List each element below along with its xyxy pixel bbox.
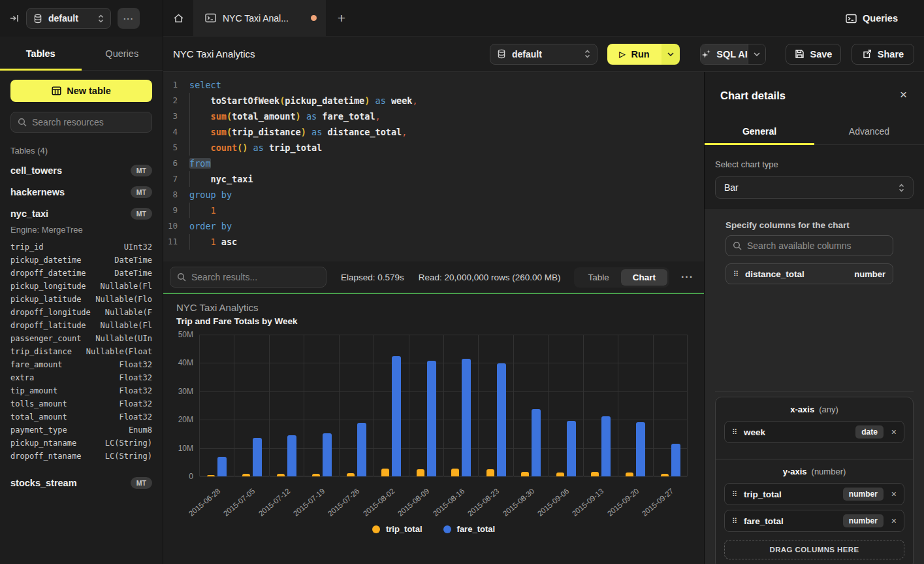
- drag-handle-icon[interactable]: ⠿: [732, 491, 737, 498]
- bar-trip_total-2015-09-13: [591, 472, 599, 476]
- collapse-sidebar-icon[interactable]: [9, 13, 20, 24]
- engine-badge: MT: [131, 208, 152, 220]
- elapsed-time: Elapsed: 0.579s: [341, 273, 404, 282]
- database-selector[interactable]: default: [26, 8, 111, 29]
- line-number: 3: [163, 108, 178, 124]
- editor-line-9[interactable]: 9 1: [163, 203, 704, 218]
- column-type: LC(String): [105, 439, 152, 448]
- column-name: extra: [10, 373, 34, 382]
- editor-line-7[interactable]: 7 nyc_taxi: [163, 171, 704, 187]
- tab-tables[interactable]: Tables: [0, 37, 82, 70]
- run-button[interactable]: ▷ Run: [607, 44, 680, 65]
- column-dropoff_latitude: dropoff_latitudeNullable(Fl: [10, 319, 152, 332]
- close-icon[interactable]: ×: [900, 88, 907, 102]
- chart-type-select[interactable]: Bar: [715, 176, 914, 199]
- x-tick-label: 2015-09-06: [536, 487, 571, 518]
- table-item-hackernews[interactable]: hackernewsMT: [10, 181, 152, 203]
- run-options-caret[interactable]: [661, 44, 680, 65]
- y-axis-header: y-axis(number): [724, 467, 904, 476]
- query-tab[interactable]: NYC Taxi Anal...: [193, 0, 326, 36]
- editor-line-2[interactable]: 2 toStartOfWeek(pickup_datetime) as week…: [163, 93, 704, 108]
- engine-badge: MT: [131, 477, 152, 489]
- column-type: Float32: [119, 399, 152, 408]
- divider: [715, 391, 914, 391]
- home-button[interactable]: [163, 0, 193, 36]
- bar-trip_total-2015-08-30: [521, 472, 529, 476]
- axis-item-trip_total[interactable]: ⠿trip_totalnumber×: [724, 483, 904, 505]
- line-number: 7: [163, 171, 178, 187]
- run-button-main[interactable]: ▷ Run: [607, 44, 661, 65]
- results-search-input[interactable]: [191, 272, 319, 282]
- chart-title: NYC Taxi Analytics: [176, 302, 259, 313]
- remove-icon[interactable]: ×: [891, 427, 897, 437]
- drag-handle-icon[interactable]: ⠿: [732, 518, 737, 525]
- y-tick-label: 0: [163, 472, 193, 481]
- bar-trip_total-2015-07-12: [277, 474, 285, 476]
- sql-ai-main[interactable]: SQL AI: [701, 44, 748, 64]
- view-toggle-chart[interactable]: Chart: [621, 269, 667, 286]
- editor-line-4[interactable]: 4 sum(trip_distance) as distance_total,: [163, 124, 704, 140]
- editor-line-3[interactable]: 3 sum(total_amount) as fare_total,: [163, 108, 704, 124]
- column-type: Nullable(F: [105, 308, 152, 317]
- updown-chevron-icon: [899, 184, 904, 192]
- code-text: 1: [189, 203, 216, 218]
- sql-ai-caret[interactable]: [748, 44, 765, 64]
- toolbar-database-selector[interactable]: default: [490, 44, 597, 65]
- view-toggle-table[interactable]: Table: [576, 269, 620, 286]
- editor-line-8[interactable]: 8group by: [163, 187, 704, 203]
- tab-general[interactable]: General: [705, 118, 814, 144]
- tab-queries[interactable]: Queries: [82, 37, 163, 70]
- remove-icon[interactable]: ×: [891, 516, 897, 526]
- columns-section-label: Specify columns for the chart: [725, 220, 850, 230]
- save-button[interactable]: Save: [786, 44, 841, 65]
- table-name: hackernews: [10, 187, 65, 197]
- sql-editor[interactable]: 1select2 toStartOfWeek(pickup_datetime) …: [163, 72, 704, 261]
- rows-read: Read: 20,000,000 rows (260.00 MB): [419, 273, 561, 282]
- available-column-distance_total[interactable]: ⠿distance_totalnumber: [725, 263, 893, 284]
- table-item-nyc_taxi[interactable]: nyc_taxiMT: [10, 203, 152, 224]
- axis-item-week[interactable]: ⠿weekdate×: [724, 421, 904, 443]
- query-toolbar: NYC Taxi Analytics default ▷ Run: [163, 37, 924, 72]
- axis-item-fare_total[interactable]: ⠿fare_totalnumber×: [724, 510, 904, 532]
- results-search: [170, 267, 327, 288]
- queries-link[interactable]: Queries: [846, 0, 898, 37]
- new-tab-button[interactable]: +: [326, 0, 357, 36]
- gridline-v: [339, 335, 340, 476]
- tab-advanced[interactable]: Advanced: [814, 118, 924, 144]
- column-tip_amount: tip_amountFloat32: [10, 384, 152, 397]
- column-name: dropoff_latitude: [10, 321, 86, 330]
- drag-handle-icon[interactable]: ⠿: [732, 429, 737, 436]
- bar-trip_total-2015-09-06: [556, 473, 564, 476]
- editor-line-1[interactable]: 1select: [163, 77, 704, 93]
- updown-chevron-icon: [98, 14, 104, 23]
- chart-subtitle: Trip and Fare Totals by Week: [176, 316, 298, 326]
- code-text: order by: [189, 218, 232, 234]
- line-number: 8: [163, 187, 178, 203]
- save-label: Save: [810, 49, 833, 59]
- new-table-button[interactable]: New table: [10, 80, 152, 102]
- sql-ai-label: SQL AI: [716, 49, 748, 59]
- editor-line-5[interactable]: 5 count() as trip_total: [163, 140, 704, 156]
- share-button[interactable]: Share: [852, 44, 914, 65]
- resource-search-input[interactable]: [32, 117, 150, 127]
- editor-line-11[interactable]: 11 1 asc: [163, 234, 704, 250]
- y-tick-label: 20M: [163, 415, 193, 424]
- table-item-stocks_stream[interactable]: stocks_streamMT: [10, 472, 152, 493]
- bar-fare_total-2015-07-05: [253, 438, 262, 476]
- columns-search-input[interactable]: [747, 241, 886, 251]
- sql-ai-button[interactable]: SQL AI: [700, 44, 766, 65]
- remove-icon[interactable]: ×: [891, 489, 897, 499]
- bar-fare_total-2015-08-02: [392, 356, 401, 476]
- column-name: dropoff_ntaname: [10, 452, 81, 461]
- column-passenger_count: passenger_countNullable(UIn: [10, 332, 152, 345]
- drag-handle-icon[interactable]: ⠿: [733, 271, 739, 278]
- drag-columns-dropzone[interactable]: DRAG COLUMNS HERE: [724, 540, 904, 559]
- sidebar-more-button[interactable]: ···: [118, 8, 140, 29]
- editor-line-10[interactable]: 10order by: [163, 218, 704, 234]
- bar-trip_total-2015-07-19: [312, 474, 320, 476]
- table-item-cell_towers[interactable]: cell_towersMT: [10, 159, 152, 181]
- editor-line-6[interactable]: 6from: [163, 156, 704, 171]
- gridline-v: [443, 335, 444, 476]
- column-pickup_ntaname: pickup_ntanameLC(String): [10, 437, 152, 450]
- results-more-button[interactable]: ···: [681, 271, 693, 283]
